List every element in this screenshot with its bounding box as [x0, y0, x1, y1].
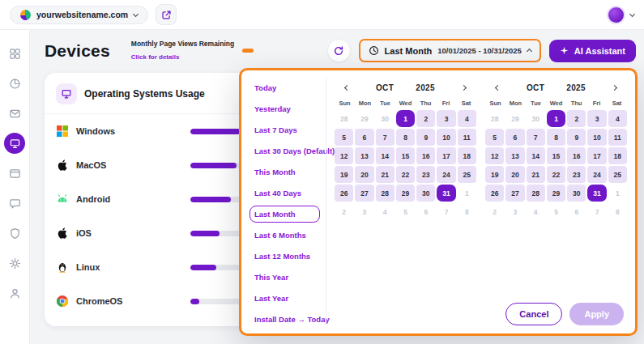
ai-assistant-button[interactable]: AI Assistant	[549, 40, 636, 62]
calendar-day[interactable]: 6	[505, 129, 524, 146]
calendar-day[interactable]: 27	[505, 185, 524, 202]
next-month-button[interactable]	[608, 80, 622, 95]
calendar-day[interactable]: 28	[335, 110, 353, 127]
calendar-day[interactable]: 25	[458, 166, 476, 183]
preset-last-year[interactable]: Last Year	[249, 290, 320, 307]
calendar-day[interactable]: 30	[416, 185, 435, 202]
calendar-day[interactable]: 9	[416, 129, 435, 146]
calendar-day[interactable]: 23	[567, 166, 586, 183]
calendar-day[interactable]: 1	[608, 185, 627, 202]
sidebar-item-shield[interactable]	[4, 223, 25, 244]
preset-this-year[interactable]: This Year	[249, 269, 320, 286]
calendar-day[interactable]: 3	[355, 203, 373, 220]
calendar-day[interactable]: 31	[587, 185, 606, 202]
calendar-day[interactable]: 18	[458, 147, 476, 164]
calendar-day[interactable]: 25	[608, 166, 627, 183]
next-month-button[interactable]	[457, 80, 471, 95]
calendar-day[interactable]: 9	[567, 129, 586, 146]
calendar-day[interactable]: 2	[335, 203, 353, 220]
calendar-day[interactable]: 1	[547, 110, 565, 127]
calendar-day[interactable]: 14	[376, 147, 395, 164]
calendar-day[interactable]: 2	[485, 203, 504, 220]
calendar-day[interactable]: 8	[608, 203, 627, 220]
account-menu[interactable]	[607, 6, 634, 24]
sidebar-item-dashboard[interactable]	[4, 43, 25, 64]
prev-month-button[interactable]	[339, 80, 354, 95]
calendar-day[interactable]: 6	[416, 203, 435, 220]
calendar-day[interactable]: 16	[567, 147, 586, 164]
calendar-day[interactable]: 10	[437, 129, 455, 146]
date-range-selector[interactable]: Last Month 10/01/2025 - 10/31/2025	[359, 39, 541, 62]
calendar-day[interactable]: 7	[527, 129, 545, 146]
calendar-day[interactable]: 3	[437, 110, 455, 127]
calendar-day[interactable]: 15	[547, 147, 565, 164]
calendar-day[interactable]: 29	[505, 110, 524, 127]
calendar-day[interactable]: 13	[505, 147, 524, 164]
preset-install-date-today[interactable]: Install Date → Today	[249, 311, 320, 328]
calendar-day[interactable]: 21	[376, 166, 395, 183]
calendar-day[interactable]: 10	[587, 129, 606, 146]
calendar-day[interactable]: 3	[587, 110, 606, 127]
calendar-day[interactable]: 12	[335, 147, 353, 164]
calendar-day[interactable]: 23	[416, 166, 435, 183]
calendar-day[interactable]: 2	[416, 110, 435, 127]
calendar-day[interactable]: 1	[396, 110, 415, 127]
calendar-day[interactable]: 7	[587, 203, 606, 220]
calendar-day[interactable]: 26	[485, 185, 504, 202]
calendar-day[interactable]: 21	[527, 166, 545, 183]
calendar-day[interactable]: 8	[547, 129, 565, 146]
calendar-day[interactable]: 22	[547, 166, 565, 183]
calendar-day[interactable]: 29	[355, 110, 373, 127]
preset-last-30-days-default[interactable]: Last 30 Days (Default)	[249, 142, 320, 159]
calendar-day[interactable]: 24	[437, 166, 455, 183]
calendar-day[interactable]: 4	[527, 203, 545, 220]
calendar-day[interactable]: 18	[608, 147, 627, 164]
calendar-day[interactable]: 29	[396, 185, 415, 202]
preset-today[interactable]: Today	[249, 79, 320, 96]
pageviews-details-link[interactable]: Click for details	[131, 53, 180, 61]
refresh-button[interactable]	[327, 39, 351, 62]
calendar-day[interactable]: 17	[587, 147, 606, 164]
sidebar-item-chat[interactable]	[4, 193, 25, 214]
calendar-day[interactable]: 28	[527, 185, 545, 202]
calendar-day[interactable]: 4	[608, 110, 627, 127]
preset-last-month[interactable]: Last Month	[249, 206, 320, 223]
calendar-day[interactable]: 17	[437, 147, 455, 164]
calendar-day[interactable]: 30	[527, 110, 545, 127]
calendar-day[interactable]: 29	[547, 185, 565, 202]
calendar-day[interactable]: 20	[505, 166, 524, 183]
preset-last-7-days[interactable]: Last 7 Days	[249, 121, 320, 138]
calendar-day[interactable]: 3	[505, 203, 524, 220]
prev-month-button[interactable]	[490, 80, 505, 95]
calendar-day[interactable]: 7	[437, 203, 455, 220]
calendar-day[interactable]: 8	[396, 129, 415, 146]
calendar-day[interactable]: 30	[567, 185, 586, 202]
calendar-day[interactable]: 31	[437, 185, 455, 202]
apply-button[interactable]: Apply	[569, 303, 624, 325]
calendar-day[interactable]: 1	[458, 185, 476, 202]
sidebar-item-analytics[interactable]	[4, 73, 25, 94]
sidebar-item-user[interactable]	[4, 282, 25, 304]
calendar-day[interactable]: 26	[335, 185, 353, 202]
calendar-day[interactable]: 5	[485, 129, 504, 146]
calendar-day[interactable]: 19	[335, 166, 353, 183]
calendar-day[interactable]: 13	[355, 147, 373, 164]
calendar-day[interactable]: 19	[485, 166, 504, 183]
calendar-day[interactable]: 5	[547, 203, 565, 220]
calendar-day[interactable]: 6	[567, 203, 586, 220]
calendar-day[interactable]: 28	[376, 185, 395, 202]
share-button[interactable]	[156, 4, 177, 25]
calendar-day[interactable]: 6	[355, 129, 373, 146]
sidebar-item-devices[interactable]	[4, 133, 25, 154]
calendar-day[interactable]: 15	[396, 147, 415, 164]
calendar-day[interactable]: 28	[485, 110, 504, 127]
calendar-day[interactable]: 4	[376, 203, 395, 220]
calendar-day[interactable]: 11	[608, 129, 627, 146]
calendar-day[interactable]: 30	[376, 110, 395, 127]
preset-last-12-months[interactable]: Last 12 Months	[249, 248, 320, 265]
site-selector[interactable]: yourwebsitename.com	[10, 6, 148, 24]
sidebar-item-mail[interactable]	[4, 103, 25, 124]
calendar-day[interactable]: 2	[567, 110, 586, 127]
calendar-day[interactable]: 16	[416, 147, 435, 164]
preset-yesterday[interactable]: Yesterday	[249, 100, 320, 117]
